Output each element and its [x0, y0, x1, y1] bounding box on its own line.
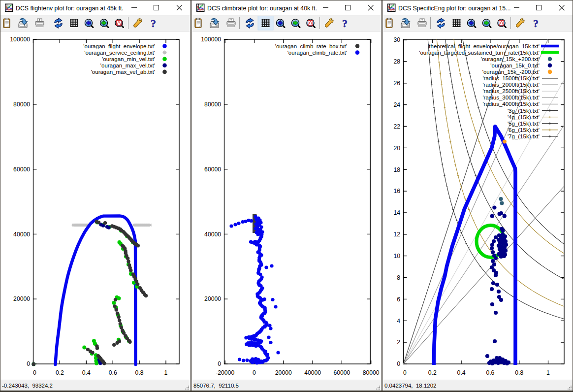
svg-text:'4g_(15k).txt': '4g_(15k).txt': [508, 114, 540, 120]
svg-text:0.2: 0.2: [56, 369, 64, 376]
svg-text:'radius_2000ft(15k).txt': 'radius_2000ft(15k).txt': [482, 82, 540, 88]
svg-text:18: 18: [393, 166, 400, 173]
svg-text:2: 2: [397, 339, 400, 346]
svg-text:0.8: 0.8: [515, 369, 523, 376]
svg-text:40000: 40000: [13, 231, 30, 238]
svg-text:'radius_3000ft(15k).txt': 'radius_3000ft(15k).txt': [482, 95, 540, 100]
svg-text:'radius_4000ft(15k).txt': 'radius_4000ft(15k).txt': [482, 101, 540, 107]
svg-text:0.4: 0.4: [457, 369, 466, 376]
svg-text:100000: 100000: [201, 36, 221, 43]
svg-text:40000: 40000: [304, 369, 321, 376]
svg-text:8: 8: [397, 274, 400, 281]
svg-text:20: 20: [393, 145, 400, 152]
svg-text:80000: 80000: [363, 369, 380, 376]
svg-text:0.6: 0.6: [109, 369, 117, 376]
svg-text:4: 4: [397, 318, 400, 325]
svg-text:20000: 20000: [13, 295, 30, 302]
svg-text:100000: 100000: [10, 36, 30, 43]
svg-text:'ouragan_climb_rate.txt': 'ouragan_climb_rate.txt': [287, 50, 347, 56]
svg-text:'5g_(15k).txt': '5g_(15k).txt': [508, 121, 540, 127]
svg-text:'ouragan_flight_envelope.txt': 'ouragan_flight_envelope.txt': [83, 43, 155, 49]
svg-text:60000: 60000: [333, 369, 350, 376]
svg-text:22: 22: [393, 123, 400, 130]
svg-text:1: 1: [164, 369, 168, 376]
svg-text:'ouragan_climb_rate_box.txt': 'ouragan_climb_rate_box.txt': [275, 43, 347, 49]
svg-text:60000: 60000: [204, 166, 221, 173]
svg-text:?: ?: [533, 17, 539, 30]
svg-text:'ouragan_targeted_sustained_tu: 'ouragan_targeted_sustained_turn_rate(15…: [419, 50, 540, 56]
svg-text:0: 0: [397, 360, 400, 367]
svg-text:DCS climbrate plot for: ouraga: DCS climbrate plot for: ouragan at 40k f…: [207, 5, 317, 12]
svg-text:'ouragan_min_vel.txt': 'ouragan_min_vel.txt': [102, 56, 155, 62]
svg-text:40000: 40000: [204, 231, 221, 238]
svg-text:'theoretical_flight_envelope/o: 'theoretical_flight_envelope/ouragan_15k…: [428, 43, 540, 49]
svg-text:12: 12: [393, 231, 400, 238]
svg-text:DCS flightenv plot for: ouraga: DCS flightenv plot for: ouragan at 45k f…: [16, 5, 124, 12]
svg-text:60000: 60000: [13, 166, 30, 173]
svg-text:'ouragan_max_vel.txt': 'ouragan_max_vel.txt': [100, 63, 155, 68]
svg-text:16: 16: [393, 188, 400, 195]
svg-text:6: 6: [397, 296, 400, 303]
svg-text:0.2: 0.2: [428, 369, 437, 376]
svg-text:'7g_(15k).txt': '7g_(15k).txt': [508, 133, 540, 139]
svg-text:'radius_1500ft(15k).txt': 'radius_1500ft(15k).txt': [482, 75, 540, 81]
svg-text:?: ?: [342, 17, 348, 30]
svg-text:0: 0: [33, 369, 36, 376]
svg-text:80000: 80000: [13, 101, 30, 108]
svg-text:0: 0: [218, 360, 221, 367]
svg-text:28: 28: [393, 58, 400, 65]
svg-text:10: 10: [393, 253, 400, 260]
svg-text:14: 14: [393, 209, 400, 216]
svg-text:0: 0: [27, 360, 30, 367]
svg-text:20000: 20000: [275, 369, 292, 376]
svg-text:0: 0: [403, 369, 407, 376]
svg-text:'ouragan_15k_0.txt': 'ouragan_15k_0.txt': [490, 63, 540, 68]
svg-text:26: 26: [393, 80, 400, 87]
svg-text:'3g_(15k).txt': '3g_(15k).txt': [508, 108, 540, 114]
svg-text:-20000: -20000: [216, 369, 234, 376]
svg-text:'ouragan_service_ceiling.txt': 'ouragan_service_ceiling.txt': [84, 50, 155, 56]
svg-text:'6g_(15k).txt': '6g_(15k).txt': [508, 127, 540, 133]
svg-text:?: ?: [151, 17, 156, 30]
svg-text:'ouragan_15k_+200.txt': 'ouragan_15k_+200.txt': [481, 56, 540, 62]
svg-text:'ouragan_15k_-200.txt': 'ouragan_15k_-200.txt': [482, 69, 540, 75]
svg-text:DCS SpecificEng plot for: oura: DCS SpecificEng plot for: ouragan at 15.…: [398, 5, 510, 12]
svg-text:0.4: 0.4: [82, 369, 91, 376]
svg-text:0: 0: [253, 369, 256, 376]
svg-text:1: 1: [546, 369, 550, 376]
svg-text:0.6: 0.6: [486, 369, 494, 376]
svg-text:'ouragan_max_vel_ab.txt': 'ouragan_max_vel_ab.txt': [91, 69, 155, 75]
svg-text:0.8: 0.8: [135, 369, 144, 376]
svg-text:30: 30: [393, 36, 400, 43]
svg-text:80000: 80000: [204, 101, 221, 108]
svg-text:'radius_2500ft(15k).txt': 'radius_2500ft(15k).txt': [482, 88, 540, 94]
svg-text:24: 24: [393, 101, 400, 108]
svg-text:20000: 20000: [204, 295, 221, 302]
